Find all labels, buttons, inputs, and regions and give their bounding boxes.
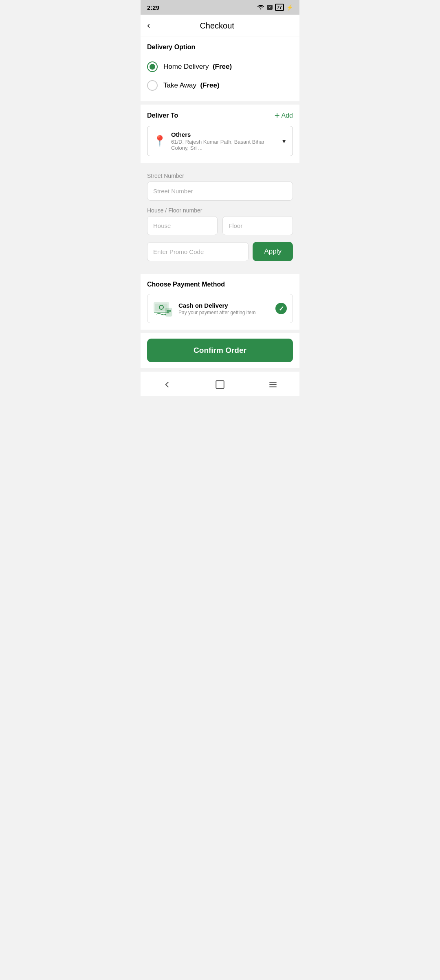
confirm-button-wrap: Confirm Order [141,333,299,368]
house-floor-row [147,216,293,235]
street-number-input[interactable] [147,182,293,201]
takeaway-free: (Free) [200,81,219,89]
home-delivery-label: Home Delivery (Free) [163,63,232,71]
delivery-option-title: Delivery Option [147,44,293,51]
cash-on-delivery-option[interactable]: Cash on Delivery Pay your payment after … [147,294,293,323]
wifi-icon [257,4,264,11]
house-floor-group: House / Floor number [147,207,293,235]
status-icons: ✕ 77 ⚡ [257,4,293,11]
check-mark-icon: ✓ [279,305,284,313]
deliver-to-section: Deliver To + Add 📍 Others 61/D, Rajesh K… [141,105,299,163]
home-delivery-radio[interactable] [147,61,158,72]
page-title: Checkout [156,21,277,31]
payment-section: Choose Payment Method Cash on Delivery P… [141,274,299,330]
battery-icon: 77 [275,4,284,11]
confirm-order-button[interactable]: Confirm Order [147,339,293,362]
cash-icon [153,300,173,317]
home-delivery-option[interactable]: Home Delivery (Free) [147,57,293,76]
promo-row: Apply [147,242,293,261]
status-bar: 2:29 ✕ 77 ⚡ [141,0,299,15]
apply-button[interactable]: Apply [253,242,293,261]
header: ‹ Checkout [141,15,299,37]
status-time: 2:29 [147,4,159,11]
takeaway-option[interactable]: Take Away (Free) [147,76,293,95]
payment-selected-check: ✓ [275,303,287,314]
street-number-label: Street Number [147,173,293,179]
svg-rect-8 [216,381,224,389]
promo-input[interactable] [147,242,249,261]
menu-nav-button[interactable] [266,377,280,392]
add-plus-icon: + [275,111,280,120]
add-address-button[interactable]: + Add [275,111,293,120]
deliver-header: Deliver To + Add [147,111,293,120]
delivery-option-section: Delivery Option Home Delivery (Free) Tak… [141,37,299,101]
add-label: Add [282,112,293,119]
x-icon: ✕ [267,5,273,10]
house-input[interactable] [147,216,218,235]
address-dropdown[interactable]: 📍 Others 61/D, Rajesh Kumar Path, Basant… [147,126,293,156]
dropdown-arrow-icon: ▼ [281,138,287,144]
address-text: Others 61/D, Rajesh Kumar Path, Basant B… [171,131,276,151]
payment-info: Cash on Delivery Pay your payment after … [178,302,270,315]
deliver-to-title: Deliver To [147,112,178,119]
location-icon: 📍 [153,135,166,148]
back-nav-button[interactable] [160,377,174,392]
payment-name: Cash on Delivery [178,302,270,309]
street-number-group: Street Number [147,173,293,201]
payment-title: Choose Payment Method [147,281,293,288]
address-detail: 61/D, Rajesh Kumar Path, Basant Bihar Co… [171,139,276,151]
home-nav-button[interactable] [213,377,227,392]
nav-bar [141,371,299,396]
floor-input[interactable] [222,216,293,235]
svg-rect-4 [165,308,172,316]
takeaway-label: Take Away (Free) [163,81,220,90]
bolt-icon: ⚡ [286,4,293,11]
location-pin-icon: 📍 [153,135,166,147]
home-delivery-free: (Free) [213,63,232,70]
radio-inner-dot [150,64,155,70]
house-floor-label: House / Floor number [147,207,293,214]
back-button[interactable]: ‹ [147,20,150,31]
payment-desc: Pay your payment after getting item [178,310,270,315]
form-section: Street Number House / Floor number Apply [141,166,299,274]
address-type: Others [171,131,276,138]
takeaway-radio[interactable] [147,80,158,91]
